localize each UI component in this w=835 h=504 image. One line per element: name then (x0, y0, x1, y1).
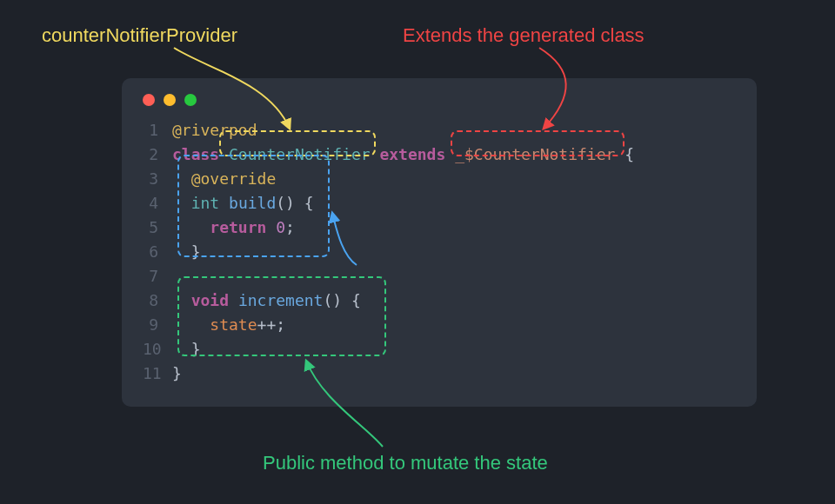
line-number: 3 (143, 167, 172, 191)
code-body: 1 @riverpod 2 class CounterNotifier exte… (143, 118, 736, 386)
brace: } (172, 364, 182, 382)
code-line: 3 @override (143, 167, 736, 191)
line-number: 9 (143, 313, 172, 337)
code-line: 7 (143, 264, 736, 288)
annotation-extends: Extends the generated class (403, 24, 645, 47)
code-line: 5 return 0; (143, 216, 736, 240)
minimize-icon (164, 94, 176, 106)
annotation-mutate: Public method to mutate the state (263, 452, 548, 474)
diagram-canvas: counterNotifierProvider Extends the gene… (0, 0, 835, 504)
keyword-void: void (191, 291, 229, 309)
annotation-provider: counterNotifierProvider (42, 24, 237, 47)
keyword-extends: extends (379, 145, 445, 163)
class-name: CounterNotifier (229, 145, 371, 163)
line-number: 2 (143, 143, 172, 167)
annotation-decorator: @riverpod (172, 121, 257, 139)
brace: } (191, 340, 201, 358)
method-increment: increment (238, 291, 324, 309)
code-line: 4 int build() { (143, 191, 736, 216)
line-number: 5 (143, 216, 172, 240)
brace: } (191, 242, 201, 261)
window-traffic-lights (143, 94, 736, 106)
line-number: 11 (143, 361, 172, 386)
code-window: 1 @riverpod 2 class CounterNotifier exte… (122, 78, 757, 407)
identifier-state: state (210, 315, 257, 334)
annotation-override: @override (191, 169, 277, 188)
code-line: 1 @riverpod (143, 118, 736, 143)
code-line: 9 state++; (143, 313, 736, 337)
method-build: build (229, 194, 276, 212)
zoom-icon (184, 94, 197, 106)
line-number: 10 (143, 337, 172, 361)
code-line: 6 } (143, 240, 736, 264)
line-number: 6 (143, 240, 172, 264)
semicolon: ; (285, 218, 295, 236)
literal-zero: 0 (276, 218, 285, 236)
code-line: 11 } (143, 361, 736, 386)
line-number: 1 (143, 118, 172, 143)
line-number: 7 (143, 264, 172, 288)
generated-class-name: _$CounterNotifier (455, 145, 615, 163)
close-icon (143, 94, 155, 106)
line-number: 4 (143, 191, 172, 216)
code-line: 10 } (143, 337, 736, 361)
code-line: 8 void increment() { (143, 288, 736, 313)
keyword-return: return (210, 218, 266, 236)
return-type: int (191, 194, 220, 212)
paren-brace: () { (323, 291, 360, 309)
keyword-class: class (172, 145, 219, 163)
line-number: 8 (143, 288, 172, 313)
brace: { (615, 145, 634, 163)
operator-increment: ++; (257, 315, 286, 334)
paren-brace: () { (276, 194, 313, 212)
code-line: 2 class CounterNotifier extends _$Counte… (143, 143, 736, 167)
